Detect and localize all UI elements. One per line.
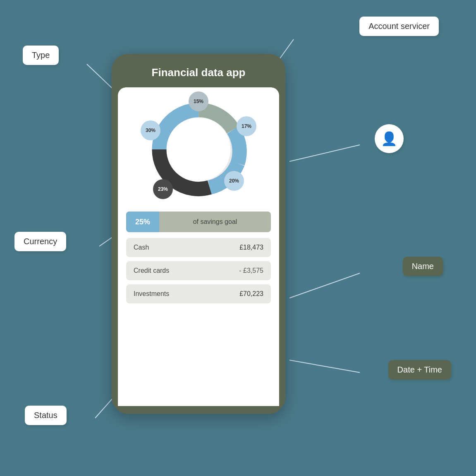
app-title: Financial data app: [124, 66, 273, 79]
svg-line-3: [289, 145, 360, 161]
svg-line-4: [289, 273, 360, 298]
investments-label: Investments: [134, 290, 169, 298]
name-label: Name: [403, 257, 443, 276]
investments-row: Investments £70,223: [126, 284, 271, 303]
savings-goal-text: of savings goal: [159, 218, 271, 226]
segment-label-20: 20%: [224, 171, 244, 191]
date-time-label: Date + Time: [388, 360, 451, 380]
credit-cards-value: - £3,575: [239, 267, 263, 274]
avatar: 👤: [375, 124, 404, 153]
currency-label: Currency: [14, 232, 66, 251]
cash-label: Cash: [134, 244, 149, 251]
phone-card: Financial data app: [112, 54, 285, 414]
type-label: Type: [23, 46, 59, 65]
credit-cards-label: Credit cards: [134, 267, 169, 274]
segment-label-23: 23%: [153, 179, 173, 199]
cash-row: Cash £18,473: [126, 238, 271, 257]
investments-value: £70,223: [239, 290, 263, 298]
credit-cards-row: Credit cards - £3,575: [126, 261, 271, 280]
svg-line-5: [289, 360, 360, 373]
person-icon: 👤: [381, 131, 397, 147]
donut-chart: 15% 17% 20% 23% 30%: [145, 96, 252, 203]
savings-progress-bar: 25% of savings goal: [126, 212, 271, 232]
account-servicer-label: Account servicer: [359, 17, 439, 36]
segment-label-15: 15%: [189, 91, 208, 111]
savings-progress-fill: 25%: [126, 212, 159, 232]
status-label: Status: [25, 406, 67, 425]
segment-label-17: 17%: [237, 116, 256, 136]
svg-point-8: [174, 125, 223, 174]
app-header: Financial data app: [112, 54, 285, 87]
app-content: 15% 17% 20% 23% 30% 25% of saving: [118, 87, 279, 406]
segment-label-30: 30%: [141, 120, 160, 140]
cash-value: £18,473: [239, 244, 263, 251]
